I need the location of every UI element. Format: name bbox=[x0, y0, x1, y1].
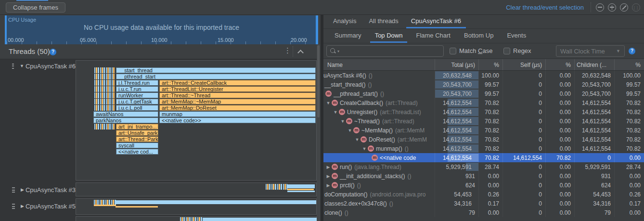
thread-name[interactable]: CpuAsyncTask #3 bbox=[26, 186, 76, 194]
column-header[interactable]: Total (μs) bbox=[435, 59, 478, 70]
value-cell[interactable]: 70.82 bbox=[478, 126, 502, 135]
value-cell[interactable]: 0.00 bbox=[478, 208, 502, 217]
method-name-cell[interactable]: clone()() bbox=[323, 208, 435, 217]
value-cell[interactable]: 54,453 bbox=[574, 190, 614, 199]
value-cell[interactable]: 0.00 bbox=[545, 126, 574, 135]
value-cell[interactable]: 0 bbox=[502, 171, 545, 181]
value-cell[interactable]: 54,453 bbox=[435, 190, 478, 199]
flame-minor-frames[interactable] bbox=[94, 80, 115, 86]
value-cell[interactable]: 70.82 bbox=[478, 135, 502, 144]
value-cell[interactable]: 0 bbox=[502, 208, 545, 217]
value-cell[interactable]: 14,612,554 bbox=[435, 135, 478, 144]
flame-frame[interactable]: art::ThreadList::Unregister bbox=[159, 86, 316, 92]
thread-track-cpuasynctask3[interactable] bbox=[76, 182, 317, 196]
value-cell[interactable]: 70.82 bbox=[614, 126, 644, 135]
value-cell[interactable]: 0.00 bbox=[545, 208, 574, 217]
value-cell[interactable]: 14,612,554 bbox=[574, 126, 614, 135]
value-cell[interactable]: 70.82 bbox=[614, 135, 644, 144]
value-cell[interactable]: 28.74 bbox=[478, 162, 502, 171]
value-cell[interactable]: 70.82 bbox=[478, 117, 502, 126]
cpu-usage-timeline[interactable]: CPU Usage No CPU usage data available fo… bbox=[5, 15, 318, 44]
expand-triangle-icon[interactable]: ▶ bbox=[21, 187, 24, 192]
flame-minor-frames[interactable] bbox=[94, 86, 115, 92]
table-row[interactable]: ▶m__init_additional_stacks()()9310.0000.… bbox=[323, 171, 644, 181]
flame-frame[interactable]: j.u.c.T.run bbox=[116, 86, 158, 92]
table-row[interactable]: ▼m~Thread()(art::Thread)14,612,55470.820… bbox=[323, 117, 644, 126]
flame-frame[interactable]: parkNanos bbox=[93, 117, 158, 123]
value-cell[interactable]: 0.00 bbox=[545, 144, 574, 153]
method-name-cell[interactable]: ▶m__init_additional_stacks()() bbox=[323, 171, 435, 181]
value-cell[interactable]: 0 bbox=[574, 153, 614, 162]
value-cell[interactable]: 0.00 bbox=[545, 199, 574, 208]
clear-thread-event-selection-link[interactable]: Clear thread/event selection bbox=[506, 4, 584, 11]
tab-analysis[interactable]: Analysis bbox=[328, 15, 361, 28]
kebab-menu-icon[interactable]: ⋮ bbox=[284, 46, 291, 55]
chevron-down-icon[interactable]: ▼ bbox=[354, 137, 361, 142]
flame-minor-frames[interactable] bbox=[94, 124, 115, 130]
tab-events[interactable]: Events bbox=[502, 29, 531, 43]
expand-triangle-icon[interactable]: ▼ bbox=[20, 64, 24, 68]
value-cell[interactable]: 931 bbox=[435, 171, 478, 181]
value-cell[interactable]: 0.00 bbox=[614, 181, 644, 190]
flame-frame[interactable]: awaitNanos bbox=[93, 111, 158, 117]
zoom-in-icon[interactable] bbox=[608, 3, 616, 12]
flame-minor-frames[interactable] bbox=[94, 92, 115, 98]
flame-frame[interactable]: art_jni_trampo... bbox=[116, 124, 158, 130]
value-cell[interactable]: 931 bbox=[574, 171, 614, 181]
search-box[interactable]: ▾ bbox=[326, 45, 444, 57]
flame-frame[interactable]: __pthread_start bbox=[116, 74, 316, 79]
value-cell[interactable]: 99.57 bbox=[478, 80, 502, 89]
collapse-section-chevron-icon[interactable] bbox=[297, 50, 304, 56]
chevron-right-icon[interactable]: ▶ bbox=[325, 165, 332, 169]
thread-row-label[interactable]: ▼ CpuAsyncTask #6 bbox=[0, 61, 76, 71]
value-cell[interactable]: 20,632,548 bbox=[435, 71, 478, 80]
value-cell[interactable]: 5,929,591 bbox=[435, 162, 478, 171]
value-cell[interactable]: 0.17 bbox=[614, 199, 644, 208]
checkbox-icon[interactable] bbox=[450, 48, 456, 54]
value-cell[interactable]: 0.00 bbox=[545, 181, 574, 190]
value-cell[interactable]: 14,612,554 bbox=[435, 126, 478, 135]
value-cell[interactable]: 0.00 bbox=[545, 162, 574, 171]
value-cell[interactable]: 0.00 bbox=[545, 89, 574, 98]
value-cell[interactable]: 624 bbox=[574, 181, 614, 190]
value-cell[interactable]: 14,612,554 bbox=[574, 135, 614, 144]
value-cell[interactable]: 28.74 bbox=[614, 162, 644, 171]
column-header[interactable]: Name bbox=[323, 59, 435, 70]
flame-frame[interactable]: art::MemMap::~MemMap bbox=[159, 99, 316, 104]
chevron-right-icon[interactable]: ▶ bbox=[325, 183, 332, 188]
method-name-cell[interactable]: doComputation()(android.com.java.pro bbox=[323, 190, 435, 199]
tab-top-down[interactable]: Top Down bbox=[370, 29, 408, 43]
value-cell[interactable]: 0 bbox=[502, 162, 545, 171]
thread-row-label[interactable]: ▶ CpuAsyncTask #3 bbox=[0, 185, 76, 195]
method-name-cell[interactable]: ▶mprctl()() bbox=[323, 181, 435, 190]
method-name-cell[interactable]: __start_thread()() bbox=[323, 80, 435, 89]
table-row[interactable]: uAsyncTask #6()()20,632,548100.0000.0020… bbox=[323, 71, 644, 80]
flame-frame[interactable]: j.u.c.T.getTask bbox=[116, 99, 158, 104]
search-input[interactable] bbox=[341, 47, 440, 55]
flame-frame[interactable]: j.u.c.L.poll bbox=[116, 105, 158, 111]
value-cell[interactable]: 0.00 bbox=[545, 171, 574, 181]
value-cell[interactable]: 14,612,554 bbox=[574, 98, 614, 107]
drag-handle-icon[interactable] bbox=[12, 187, 15, 193]
value-cell[interactable]: 0.00 bbox=[545, 107, 574, 117]
value-cell[interactable]: 70.82 bbox=[478, 98, 502, 107]
thread-track-partial[interactable] bbox=[76, 216, 317, 221]
chevron-down-icon[interactable]: ▼ bbox=[339, 119, 346, 124]
threads-scrollbar[interactable] bbox=[317, 44, 320, 221]
value-cell[interactable]: 0 bbox=[502, 190, 545, 199]
value-cell[interactable]: 624 bbox=[435, 181, 478, 190]
value-cell[interactable]: 0.00 bbox=[545, 80, 574, 89]
value-cell[interactable]: 0 bbox=[502, 126, 545, 135]
column-header[interactable]: Self (μs) bbox=[502, 59, 545, 70]
thread-name[interactable]: CpuAsyncTask #5 bbox=[26, 203, 76, 210]
value-cell[interactable]: 70.82 bbox=[614, 107, 644, 117]
method-name-cell[interactable]: m<<native code bbox=[323, 153, 435, 162]
value-cell[interactable]: 0.00 bbox=[478, 181, 502, 190]
value-cell[interactable]: 0.00 bbox=[478, 171, 502, 181]
flame-minor-frames[interactable] bbox=[94, 67, 115, 73]
value-cell[interactable]: 20,543,700 bbox=[435, 80, 478, 89]
chevron-down-icon[interactable]: ▼ bbox=[361, 146, 368, 151]
reset-zoom-icon[interactable] bbox=[620, 3, 628, 12]
value-cell[interactable]: 0.00 bbox=[545, 135, 574, 144]
value-cell[interactable]: 70.82 bbox=[545, 153, 574, 162]
